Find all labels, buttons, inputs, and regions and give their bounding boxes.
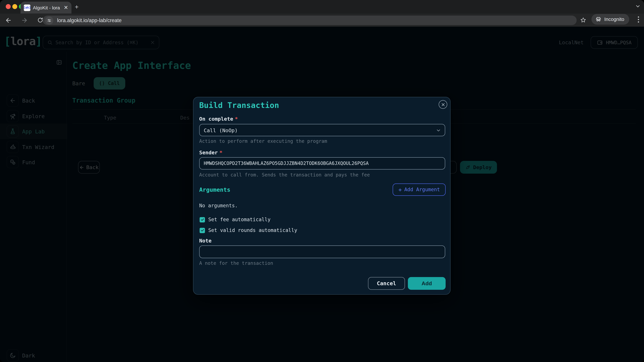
screen: [ak] AlgoKit - lora ✕ + lora.algokit.io/… xyxy=(0,0,644,362)
add-argument-button[interactable]: + Add Argument xyxy=(392,184,446,196)
note-helper: A note for the transaction xyxy=(199,260,273,266)
page-viewport: [lora] LocalNet HMWD…PQSA xyxy=(0,27,644,362)
favicon: [ak] xyxy=(24,4,30,11)
sender-label: Sender* xyxy=(199,149,222,156)
arguments-heading: Arguments xyxy=(199,186,230,193)
checkbox-checked-icon[interactable] xyxy=(200,217,205,222)
sender-field xyxy=(199,157,445,169)
on-complete-helper: Action to perform after executing the pr… xyxy=(199,138,327,144)
incognito-badge: Incognito xyxy=(592,14,629,25)
on-complete-select[interactable]: Call (NoOp) xyxy=(199,124,445,136)
note-field xyxy=(199,245,445,258)
forward-icon[interactable] xyxy=(21,16,28,24)
tab-close-icon[interactable]: ✕ xyxy=(64,5,68,10)
modal-title: Build Transaction xyxy=(199,100,279,110)
sender-helper: Account to call from. Sends the transact… xyxy=(199,172,370,178)
add-button[interactable]: Add xyxy=(408,277,446,290)
cancel-button[interactable]: Cancel xyxy=(368,277,405,290)
set-fee-checkbox-row: Set fee automatically xyxy=(200,217,270,222)
tab-title: AlgoKit - lora xyxy=(33,5,61,10)
sender-input[interactable] xyxy=(204,161,441,166)
incognito-icon xyxy=(595,16,602,23)
window-minimize-button[interactable] xyxy=(12,4,17,9)
back-icon[interactable] xyxy=(5,16,12,24)
bookmark-star-icon[interactable] xyxy=(580,17,586,23)
on-complete-label: On complete* xyxy=(199,116,238,122)
checkbox-checked-icon[interactable] xyxy=(200,228,205,233)
incognito-label: Incognito xyxy=(604,16,624,22)
build-transaction-modal: Build Transaction On complete* Call (NoO… xyxy=(193,97,451,295)
browser-window: [ak] AlgoKit - lora ✕ + lora.algokit.io/… xyxy=(0,0,644,362)
no-arguments-text: No arguments. xyxy=(199,203,238,209)
note-input[interactable] xyxy=(204,249,441,255)
browser-toolbar: lora.algokit.io/app-lab/create Incognito xyxy=(0,13,644,27)
tab-search-chevron-icon[interactable] xyxy=(635,3,641,9)
tab-strip: [ak] AlgoKit - lora ✕ + xyxy=(0,0,644,13)
window-close-button[interactable] xyxy=(6,4,10,9)
close-icon[interactable] xyxy=(439,100,447,109)
site-settings-icon[interactable] xyxy=(45,16,53,24)
address-bar[interactable]: lora.algokit.io/app-lab/create xyxy=(43,15,577,25)
plus-icon: + xyxy=(398,186,402,193)
set-valid-rounds-checkbox-row: Set valid rounds automatically xyxy=(200,227,297,233)
note-label: Note xyxy=(199,238,212,244)
browser-tab[interactable]: [ak] AlgoKit - lora ✕ xyxy=(20,2,72,13)
url-text: lora.algokit.io/app-lab/create xyxy=(57,17,122,23)
chevron-down-icon xyxy=(436,127,441,133)
new-tab-button[interactable]: + xyxy=(75,4,79,10)
browser-menu-icon[interactable] xyxy=(638,16,639,23)
